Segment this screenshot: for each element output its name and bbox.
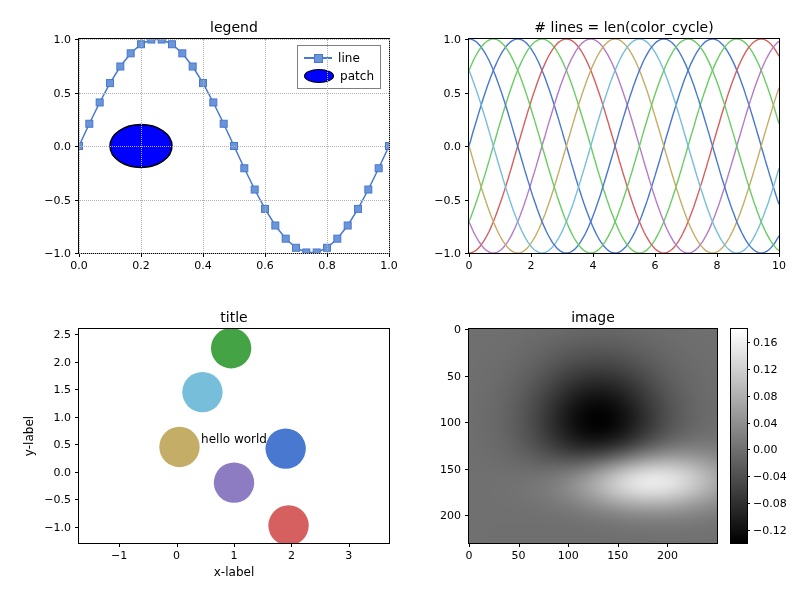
subplot-colorcycle: # lines = len(color_cycle) 0246810−1.0−0… [410, 10, 790, 290]
ytick: 0 [454, 323, 469, 336]
xtick: 3 [345, 543, 352, 562]
colorbar-tick: 0.04 [747, 416, 778, 429]
xtick: 2 [528, 253, 535, 272]
svg-rect-13 [210, 99, 217, 106]
svg-point-34 [159, 427, 199, 467]
ylabel-2: y-label [22, 416, 36, 456]
svg-point-35 [265, 428, 305, 468]
xtick: −1 [111, 543, 127, 562]
ytick: −0.5 [434, 193, 469, 206]
svg-rect-25 [334, 235, 341, 242]
xtick: 0.4 [194, 253, 212, 272]
svg-rect-1 [86, 120, 93, 127]
subplot-title-2: title [79, 309, 389, 325]
svg-point-36 [214, 462, 254, 502]
svg-rect-14 [220, 120, 227, 127]
ytick: 0.0 [54, 465, 80, 478]
subplot-scatter: title x-label y-label hello world −10123… [20, 300, 400, 590]
xtick: 150 [607, 543, 628, 562]
ytick: 0.0 [444, 140, 470, 153]
legend-entry-line: line [304, 49, 374, 67]
ytick: 2.0 [54, 355, 80, 368]
xtick: 6 [652, 253, 659, 272]
legend-label-patch: patch [340, 69, 374, 83]
ytick: 150 [440, 462, 469, 475]
xtick: 0.6 [256, 253, 274, 272]
xtick: 10 [772, 253, 786, 272]
plot-area-0: legend line patch 0.00.20.40.60.81.0−1.0… [78, 38, 390, 254]
colorbar: −0.12−0.08−0.040.000.040.080.120.16 [730, 328, 748, 544]
ytick: 50 [447, 369, 469, 382]
ytick: 1.5 [54, 383, 80, 396]
svg-rect-2 [96, 99, 103, 106]
xtick: 0 [173, 543, 180, 562]
legend-swatch-patch [304, 69, 334, 83]
annotation-text: hello world [201, 432, 267, 446]
svg-rect-5 [127, 50, 134, 57]
ytick: 200 [440, 509, 469, 522]
ytick: −0.5 [44, 193, 79, 206]
svg-point-33 [182, 372, 222, 412]
ytick: −1.0 [44, 520, 79, 533]
subplot-title-3: image [469, 309, 717, 325]
svg-rect-16 [241, 165, 248, 172]
ytick: 1.0 [54, 33, 80, 46]
ytick: 100 [440, 416, 469, 429]
xtick: 0 [466, 543, 473, 562]
subplot-title-0: legend [79, 19, 389, 35]
svg-point-37 [268, 505, 308, 543]
svg-rect-3 [107, 80, 114, 87]
svg-rect-4 [117, 63, 124, 70]
svg-rect-17 [251, 186, 258, 193]
colorbar-tick: 0.00 [747, 443, 778, 456]
xtick: 50 [512, 543, 526, 562]
xtick: 0.2 [132, 253, 150, 272]
ytick: −1.0 [434, 247, 469, 260]
figure: legend line patch 0.00.20.40.60.81.0−1.0… [0, 0, 800, 600]
ytick: 1.0 [444, 33, 470, 46]
plot-area-2: title x-label y-label hello world −10123… [78, 328, 390, 544]
svg-rect-27 [355, 205, 362, 212]
ytick: 0.5 [54, 86, 80, 99]
svg-rect-11 [189, 63, 196, 70]
ytick: 0.0 [54, 140, 80, 153]
plot-area-1: # lines = len(color_cycle) 0246810−1.0−0… [468, 38, 780, 254]
heatmap-canvas [469, 329, 717, 543]
legend-box: line patch [297, 45, 381, 89]
svg-rect-28 [365, 186, 372, 193]
subplot-image: image 050100150200050100150200 −0.12−0.0… [410, 300, 790, 590]
colorbar-tick: 0.12 [747, 363, 778, 376]
ytick: 0.5 [54, 438, 80, 451]
xlabel-2: x-label [79, 565, 389, 579]
colorbar-tick: −0.12 [747, 523, 787, 536]
plot-svg-1 [469, 39, 779, 253]
xtick: 200 [657, 543, 678, 562]
svg-rect-21 [293, 244, 300, 251]
colorbar-tick: 0.08 [747, 389, 778, 402]
subplot-legend: legend line patch 0.00.20.40.60.81.0−1.0… [20, 10, 400, 290]
xtick: 8 [714, 253, 721, 272]
svg-rect-9 [169, 41, 176, 48]
colorbar-tick: 0.16 [747, 336, 778, 349]
ytick: 0.5 [444, 86, 470, 99]
xtick: 4 [590, 253, 597, 272]
subplot-title-1: # lines = len(color_cycle) [469, 19, 779, 35]
xtick: 0.8 [318, 253, 336, 272]
xtick: 1.0 [380, 253, 398, 272]
xtick: 2 [288, 543, 295, 562]
ytick: 2.5 [54, 328, 80, 341]
ytick: 1.0 [54, 410, 80, 423]
colorbar-tick: −0.04 [747, 470, 787, 483]
xtick: 100 [558, 543, 579, 562]
svg-rect-26 [344, 222, 351, 229]
svg-rect-10 [179, 50, 186, 57]
ytick: −0.5 [44, 493, 79, 506]
xtick: 1 [231, 543, 238, 562]
ytick: −1.0 [44, 247, 79, 260]
colorbar-canvas [731, 329, 747, 543]
svg-rect-29 [375, 165, 382, 172]
svg-rect-20 [282, 235, 289, 242]
legend-entry-patch: patch [304, 67, 374, 85]
svg-point-32 [211, 329, 251, 368]
plot-area-3: image 050100150200050100150200 [468, 328, 718, 544]
